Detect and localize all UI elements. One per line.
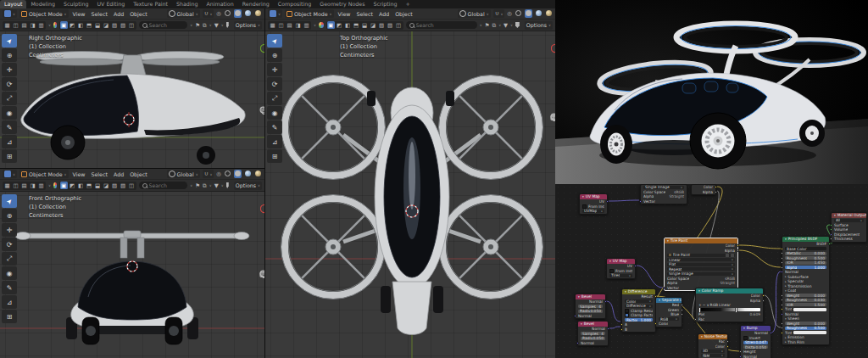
input-socket[interactable] <box>654 322 657 325</box>
menu-select[interactable]: Select <box>90 171 109 177</box>
orientation-dropdown[interactable]: Global∨ <box>167 9 200 18</box>
output-socket[interactable] <box>604 300 607 303</box>
tool-move[interactable]: ✛ <box>2 223 17 237</box>
ramp-control-button[interactable]: ∨ <box>706 303 709 307</box>
checkbox[interactable] <box>609 269 614 273</box>
workspace-tab-uv-editing[interactable]: UV Editing <box>92 0 129 8</box>
snap-icon-4[interactable]: ⬓ <box>94 21 102 29</box>
menu-select[interactable]: Select <box>90 11 109 17</box>
bookmark-icon[interactable]: ⚑ <box>195 182 200 189</box>
output-socket[interactable] <box>726 340 729 343</box>
ramp-control-button[interactable]: RGB <box>710 303 718 307</box>
output-socket[interactable] <box>762 299 765 302</box>
snap-icon-8[interactable]: ◫ <box>128 182 136 189</box>
filter-icon-2[interactable]: ▤ <box>20 182 28 189</box>
node-noise-texture[interactable]: ▾Noise TextureFacColor3D∨fBM∨ <box>698 333 728 358</box>
filter-icon-2[interactable]: ▤ <box>286 21 293 29</box>
output-socket[interactable] <box>726 345 729 348</box>
shading-solid-button[interactable] <box>234 170 242 178</box>
dropdown-widget[interactable]: Single Image∨ <box>643 186 684 189</box>
node-separate-color[interactable]: ▾Separate ColorRedGreenBlueRGB∨Color <box>655 297 682 327</box>
tool-move[interactable]: ✛ <box>267 63 282 76</box>
checkbox[interactable] <box>625 309 629 313</box>
input-socket[interactable] <box>781 304 783 306</box>
input-socket[interactable] <box>781 327 783 329</box>
filter-icon-0[interactable]: ▦ <box>269 21 276 29</box>
value-slider[interactable]: IOR1.500 <box>785 303 826 306</box>
input-socket[interactable] <box>781 266 783 269</box>
input-socket[interactable] <box>781 308 783 310</box>
editor-type-button[interactable]: ∨ <box>3 170 17 178</box>
visibility-shield-icon[interactable] <box>226 182 229 188</box>
property-row[interactable]: Pos0.609 <box>698 312 760 316</box>
tool-measure[interactable]: ⊿ <box>2 135 17 148</box>
tool-add-cube[interactable]: ⊞ <box>267 149 282 163</box>
snap-icon-6[interactable]: ▨ <box>378 21 386 29</box>
snap-icon-5[interactable]: ◪ <box>370 21 377 29</box>
filter-icon-1[interactable]: ◫ <box>12 182 19 189</box>
node-mix-difference[interactable]: ▾DifferenceResultColor∨Difference∨Clamp … <box>621 288 656 333</box>
tool-transform[interactable]: ◉ <box>2 106 17 120</box>
snap-icon-8[interactable]: ◫ <box>128 21 136 29</box>
orientation-dropdown[interactable]: Global∨ <box>167 170 200 178</box>
value-slider[interactable]: Weight0.000 <box>785 322 826 325</box>
options-dropdown[interactable]: Options∨ <box>525 21 553 30</box>
tool-annotate[interactable]: ✎ <box>2 120 17 134</box>
dropdown-widget[interactable]: Tires∨ <box>609 274 632 277</box>
open-image-button[interactable] <box>731 254 734 257</box>
value-slider[interactable]: Alpha1.000 <box>785 266 826 269</box>
filter-icon-3[interactable]: ◨ <box>29 21 36 29</box>
snap-icon-6[interactable]: ▨ <box>111 21 119 29</box>
workspace-tab-geometry-nodes[interactable]: Geometry Nodes <box>315 0 369 8</box>
mode-dropdown[interactable]: Object Mode∨ <box>19 9 69 18</box>
node-bump[interactable]: ▾BumpNormalInvertStrength0.047Distance0.… <box>740 325 771 358</box>
input-socket[interactable] <box>781 313 783 316</box>
input-socket[interactable] <box>781 271 783 273</box>
snap-icon-6[interactable]: ▨ <box>111 182 119 189</box>
shading-wireframe-button[interactable] <box>515 9 522 18</box>
output-socket[interactable] <box>606 200 609 203</box>
tool-transform[interactable]: ◉ <box>2 266 17 280</box>
workspace-tab-shading[interactable]: Shading <box>172 0 203 8</box>
node-principled-bsdf[interactable]: ▾Principled BSDFBSDFBase ColorMetallic0.… <box>782 236 830 345</box>
input-socket[interactable] <box>694 318 697 321</box>
output-socket[interactable] <box>715 191 717 193</box>
filter-funnel-icon[interactable]: ▼ <box>214 22 219 29</box>
snap-icon-1[interactable]: ◩ <box>336 21 343 29</box>
viewport-3d-area[interactable]: ➤⊕✛⟳⤢◉✎⊿⊞ Front Orthographic (1) Collect… <box>0 192 264 358</box>
snap-icon-7[interactable]: ▧ <box>120 182 127 189</box>
input-socket[interactable] <box>781 252 783 255</box>
image-datablock-widget[interactable]: Tire Paint <box>667 254 735 257</box>
overlay-icon[interactable]: ⧉ <box>492 22 496 29</box>
workspace-tab-scripting[interactable]: Scripting <box>369 0 401 8</box>
bookmark-icon[interactable]: ⚑ <box>485 22 490 29</box>
workspace-tab-layout[interactable]: Layout <box>0 0 26 8</box>
input-socket[interactable] <box>781 322 783 325</box>
shading-rendered-button[interactable] <box>545 9 553 18</box>
color-swatch[interactable] <box>793 308 826 311</box>
node-image-texture-partial-2[interactable]: ColorAlpha <box>691 184 716 195</box>
value-slider[interactable]: Roughness0.500 <box>785 327 826 330</box>
shading-material-button[interactable] <box>244 9 252 18</box>
shading-rendered-button[interactable] <box>254 9 262 18</box>
output-socket[interactable] <box>828 243 831 245</box>
tool-add-cube[interactable]: ⊞ <box>2 149 17 163</box>
filter-icon-4[interactable]: ▥ <box>37 21 45 29</box>
value-slider[interactable]: Radius0.050 <box>578 310 603 313</box>
input-socket[interactable] <box>830 233 832 236</box>
value-slider[interactable]: Roughness0.500 <box>785 256 826 260</box>
value-slider[interactable]: Metallic0.000 <box>785 252 826 255</box>
snap-magnet-button[interactable]: ∩∨ <box>203 170 214 178</box>
workspace-tab-rendering[interactable]: Rendering <box>238 0 274 8</box>
proportional-editing-icon[interactable]: ◎ <box>507 10 512 17</box>
mode-dropdown[interactable]: Object Mode∨ <box>285 9 334 18</box>
workspace-tab-texture-paint[interactable]: Texture Paint <box>129 0 172 8</box>
value-slider[interactable]: Strength0.047 <box>743 341 768 344</box>
tool-scale[interactable]: ⤢ <box>2 92 17 105</box>
add-workspace-button[interactable]: + <box>401 0 414 8</box>
node-bevel-1[interactable]: ▾BevelNormalSamples4Radius0.050Normal <box>575 294 606 319</box>
snap-icon-3[interactable]: ⬒ <box>86 182 93 189</box>
tool-measure[interactable]: ⊿ <box>267 135 282 148</box>
snap-icon-3[interactable]: ⬒ <box>353 21 360 29</box>
property-row[interactable]: Color SpacesRGB <box>667 277 735 281</box>
